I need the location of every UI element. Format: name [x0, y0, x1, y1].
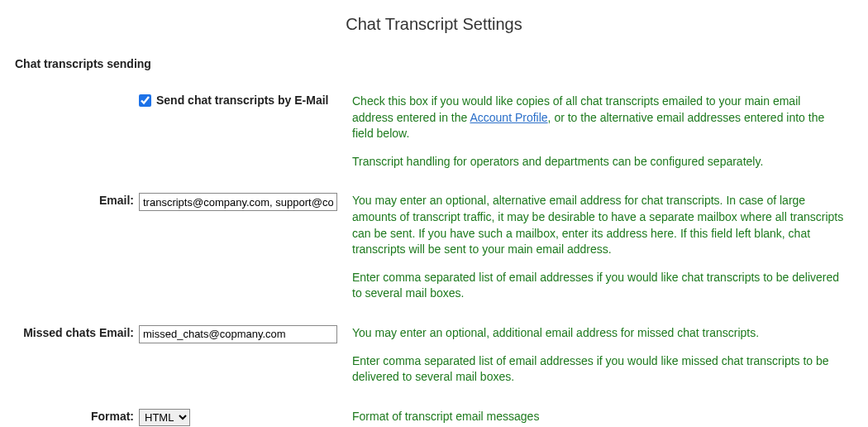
help-email-1: You may enter an optional, alternative e…: [352, 193, 845, 257]
format-label: Format:: [15, 409, 139, 423]
send-checkbox-label: Send chat transcripts by E-Mail: [156, 94, 329, 107]
section-heading: Chat transcripts sending: [15, 57, 853, 70]
help-send: Check this box if you would like copies …: [352, 94, 853, 170]
send-checkbox-wrap[interactable]: Send chat transcripts by E-Mail: [139, 94, 329, 107]
label-empty: [15, 94, 139, 94]
page-title: Chat Transcript Settings: [15, 15, 853, 34]
missed-email-input[interactable]: [139, 325, 337, 343]
help-missed: You may enter an optional, additional em…: [352, 325, 853, 386]
help-email-2: Enter comma separated list of email addr…: [352, 270, 845, 302]
account-profile-link[interactable]: Account Profile: [470, 111, 547, 124]
row-format: Format: HTML Format of transcript email …: [15, 409, 853, 426]
row-missed-email: Missed chats Email: You may enter an opt…: [15, 325, 853, 386]
help-missed-1: You may enter an optional, additional em…: [352, 325, 845, 342]
send-checkbox[interactable]: [139, 94, 151, 107]
help-format: Format of transcript email messages: [352, 409, 853, 425]
missed-email-label: Missed chats Email:: [15, 325, 139, 339]
email-input[interactable]: [139, 193, 337, 211]
row-send-checkbox: Send chat transcripts by E-Mail Check th…: [15, 94, 853, 170]
help-email: You may enter an optional, alternative e…: [352, 193, 853, 302]
email-label: Email:: [15, 193, 139, 207]
format-select[interactable]: HTML: [139, 409, 190, 426]
help-send-text-2: Transcript handling for operators and de…: [352, 154, 845, 170]
row-email: Email: You may enter an optional, altern…: [15, 193, 853, 302]
help-format-text: Format of transcript email messages: [352, 409, 845, 425]
help-missed-2: Enter comma separated list of email addr…: [352, 353, 845, 386]
